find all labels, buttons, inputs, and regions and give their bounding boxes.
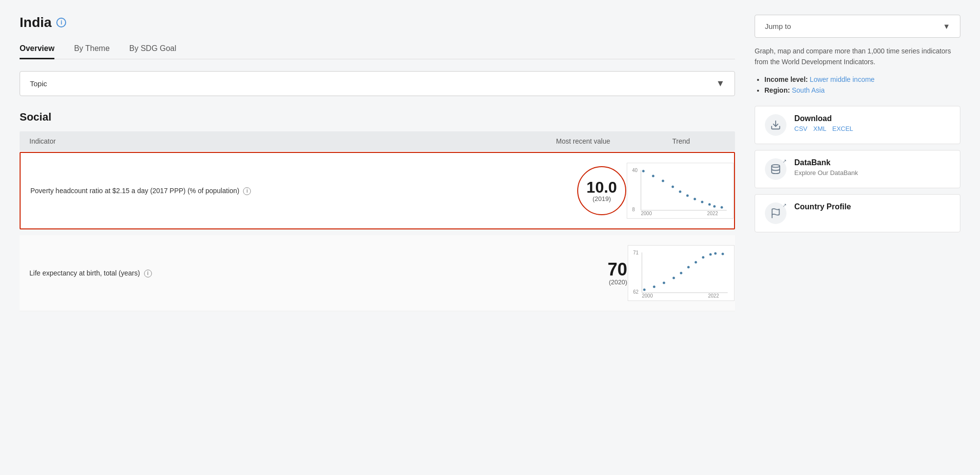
topic-dropdown-arrow: ▼ [716,78,725,89]
mini-chart-life-expectancy: 71 62 2000 2022 [628,245,735,301]
sidebar-description: Graph, map and compare more than 1,000 t… [755,46,960,68]
svg-point-12 [694,198,696,200]
svg-point-31 [710,253,712,256]
download-xml[interactable]: XML [813,125,827,132]
svg-text:8: 8 [632,207,635,212]
svg-point-15 [713,205,716,208]
mini-chart-poverty: 40 8 2000 2022 [627,163,734,219]
ext-icon-country-profile: ↗ [783,202,786,208]
row-poverty[interactable]: Poverty headcount ratio at $2.15 a day (… [20,152,735,229]
chart-svg-life-expectancy: 71 62 2000 2022 [632,249,730,298]
svg-point-27 [680,272,683,275]
jump-to-dropdown[interactable]: Jump to ▼ [755,15,960,38]
meta-region: Region: South Asia [764,86,960,94]
value-year-life-expectancy: (2020) [608,278,627,286]
svg-point-26 [673,277,675,279]
svg-point-25 [663,282,665,284]
page-title: India [20,15,51,30]
value-cell-poverty: 10.0 (2019) [528,166,636,215]
value-plain-life-expectancy: 70 (2020) [608,261,627,286]
col-indicator: Indicator [29,137,529,145]
info-icon[interactable]: i [56,18,66,27]
card-download-links: CSV XML EXCEL [794,125,950,132]
tab-overview[interactable]: Overview [20,40,54,59]
svg-point-23 [643,289,646,291]
card-databank-subtitle: Explore Our DataBank [794,169,950,176]
svg-point-14 [709,203,711,206]
card-download[interactable]: Download CSV XML EXCEL [755,106,960,144]
download-icon [765,114,786,136]
svg-text:2022: 2022 [707,211,718,215]
meta-region-label: Region: [764,86,790,94]
value-number-life-expectancy: 70 [608,261,627,278]
jump-to-label: Jump to [765,22,791,30]
sidebar: Jump to ▼ Graph, map and compare more th… [755,15,960,311]
svg-point-30 [702,256,705,259]
col-trend: Trend [637,137,725,145]
chart-cell-poverty[interactable]: 40 8 2000 2022 [636,163,724,219]
indicator-poverty: Poverty headcount ratio at $2.15 a day (… [30,186,528,196]
svg-text:2022: 2022 [708,293,719,298]
svg-point-10 [679,191,682,193]
svg-text:2000: 2000 [641,211,652,215]
svg-point-35 [772,165,780,168]
svg-point-7 [652,175,655,177]
topic-label: Topic [30,79,47,88]
svg-point-6 [642,170,645,173]
main-content: India i Overview By Theme By SDG Goal To… [20,15,735,311]
svg-text:62: 62 [633,289,639,295]
chart-svg-poverty: 40 8 2000 2022 [631,166,729,215]
value-year-poverty: (2019) [592,195,611,202]
card-download-title: Download [794,114,950,123]
card-country-profile-content: Country Profile [794,202,950,213]
value-circle-poverty: 10.0 (2019) [577,166,626,215]
ext-icon-databank: ↗ [783,158,786,164]
svg-point-33 [722,253,724,255]
tabs-container: Overview By Theme By SDG Goal [20,40,735,59]
meta-income-value[interactable]: Lower middle income [810,75,875,83]
card-databank-content: DataBank Explore Our DataBank [794,158,950,176]
svg-point-9 [672,186,674,188]
section-heading-social: Social [20,111,735,124]
download-csv[interactable]: CSV [794,125,808,132]
card-country-profile-title: Country Profile [794,202,950,211]
social-section: Social Indicator Most recent value Trend… [20,111,735,311]
download-excel[interactable]: EXCEL [832,125,853,132]
meta-income: Income level: Lower middle income [764,75,960,83]
svg-text:71: 71 [633,250,639,255]
meta-region-value[interactable]: South Asia [792,86,825,94]
svg-point-28 [687,266,690,269]
svg-text:2000: 2000 [642,293,653,298]
svg-point-32 [714,252,717,255]
row-life-expectancy[interactable]: Life expectancy at birth, total (years) … [20,235,735,311]
card-databank[interactable]: ↗ DataBank Explore Our DataBank [755,150,960,188]
tab-by-sdg[interactable]: By SDG Goal [129,40,176,59]
svg-point-8 [662,180,664,182]
svg-point-29 [695,261,697,264]
chart-cell-life-expectancy[interactable]: 71 62 2000 2022 [637,245,725,301]
databank-icon: ↗ [765,158,786,180]
country-profile-icon: ↗ [765,202,786,224]
card-country-profile[interactable]: ↗ Country Profile [755,194,960,232]
svg-point-16 [721,206,723,209]
indicator-life-expectancy: Life expectancy at birth, total (years) … [29,268,529,278]
table-header: Indicator Most recent value Trend [20,131,735,151]
info-icon-poverty[interactable]: i [243,187,251,195]
info-icon-life-expectancy[interactable]: i [144,270,152,277]
topic-dropdown[interactable]: Topic ▼ [20,71,735,96]
card-download-content: Download CSV XML EXCEL [794,114,950,132]
svg-point-11 [686,195,689,197]
value-number-poverty: 10.0 [587,179,617,195]
svg-point-13 [701,201,704,203]
col-most-recent: Most recent value [529,137,637,145]
meta-income-label: Income level: [764,75,808,83]
card-databank-title: DataBank [794,158,950,167]
tab-by-theme[interactable]: By Theme [74,40,110,59]
svg-point-24 [653,286,656,288]
jump-to-arrow: ▼ [943,22,950,30]
page-header: India i [20,15,735,30]
sidebar-meta: Income level: Lower middle income Region… [755,75,960,94]
value-cell-life-expectancy: 70 (2020) [529,261,637,286]
svg-text:40: 40 [632,168,638,173]
